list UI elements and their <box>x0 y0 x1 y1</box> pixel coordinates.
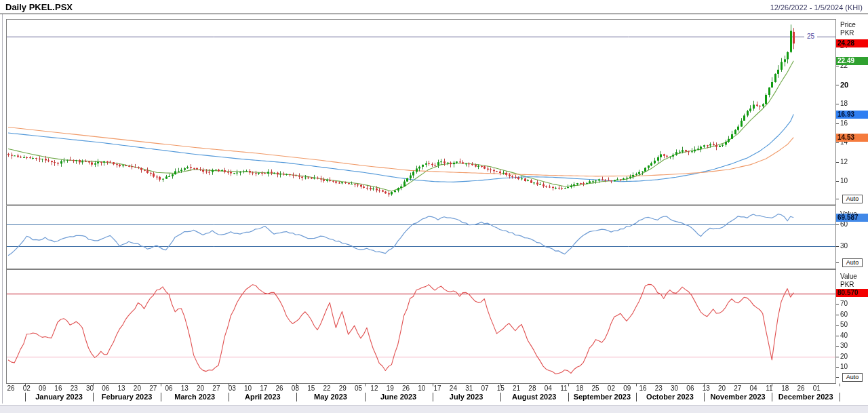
x-axis-month-label: June 2023 <box>380 393 416 401</box>
x-axis-day-label: 12 <box>370 385 378 392</box>
x-axis-day-label: 03 <box>229 385 236 392</box>
x-axis-day-label: 19 <box>387 385 394 392</box>
x-axis-day-label: 10 <box>244 385 252 392</box>
autoscale-button-osc[interactable]: Auto <box>842 373 863 382</box>
x-axis-day-label: 20 <box>718 385 726 392</box>
osc-tick-70: 70 <box>840 300 848 307</box>
month-separator <box>25 393 26 401</box>
month-separator <box>365 393 366 401</box>
x-axis-day-label: 02 <box>23 385 31 392</box>
osc-tick-60: 60 <box>840 311 848 318</box>
x-axis-day-label: 06 <box>686 385 694 392</box>
x-axis-day-label: 13 <box>118 385 125 392</box>
x-axis-month-label: October 2023 <box>646 393 694 401</box>
last-price-badge: 24.28 <box>836 39 868 47</box>
x-axis-month-label: May 2023 <box>314 393 347 401</box>
bottom-scroll-area[interactable] <box>0 405 868 413</box>
month-separator <box>93 393 94 401</box>
horizontal-line-label: 25 <box>804 33 817 41</box>
x-axis-day-label: 09 <box>39 385 46 392</box>
x-axis-month-label: November 2023 <box>710 393 765 401</box>
month-separator <box>296 393 297 401</box>
x-axis-day-label: 18 <box>576 385 583 392</box>
x-axis-day-label: 04 <box>545 385 552 392</box>
osc-tick-50: 50 <box>840 321 848 328</box>
x-axis-day-label: 23 <box>655 385 663 392</box>
x-axis-day-label: 26 <box>402 385 410 392</box>
x-axis-day-label: 15 <box>307 385 315 392</box>
month-separator <box>161 393 161 401</box>
month-separator <box>704 393 705 401</box>
x-axis-day-label: 20 <box>134 385 141 392</box>
x-axis-day-label: 16 <box>54 385 62 392</box>
rsi-tick-30: 30 <box>840 243 848 250</box>
autoscale-button-price[interactable]: Auto <box>842 195 863 203</box>
x-axis-month-label: February 2023 <box>102 393 153 401</box>
x-axis-day-label: 16 <box>639 385 646 392</box>
ma-fast-badge: 22.49 <box>836 57 868 65</box>
x-axis-day-label: 01 <box>813 385 821 392</box>
chart-title: Daily PKEL.PSX <box>5 2 73 12</box>
x-axis-day-label: 30 <box>86 385 94 392</box>
x-axis-month-label: July 2023 <box>450 393 484 401</box>
x-axis-day-label: 26 <box>797 385 804 392</box>
rsi-tick-60: 60 <box>840 221 848 228</box>
osc-axis-title: Value <box>840 273 857 280</box>
price-tick-12: 12 <box>840 159 848 165</box>
x-axis-day-label: 06 <box>165 385 172 392</box>
month-separator <box>500 393 501 401</box>
x-axis-day-label: 18 <box>781 385 789 392</box>
x-axis-day-label: 17 <box>260 385 267 392</box>
price-panel-plot[interactable] <box>7 20 835 205</box>
price-tick-16: 16 <box>840 120 848 127</box>
x-axis-day-label: 23 <box>71 385 78 392</box>
x-axis-day-label: 11 <box>766 385 772 392</box>
osc-panel-plot[interactable] <box>7 270 835 383</box>
price-axis-unit: PKR <box>840 29 854 37</box>
osc-tick-20: 20 <box>840 353 848 360</box>
price-axis-title: Price <box>840 21 856 28</box>
x-axis-day-label: 29 <box>339 385 347 392</box>
x-axis-day-label: 25 <box>592 385 599 392</box>
x-axis-day-label: 04 <box>750 385 757 392</box>
x-axis-day-label: 22 <box>323 385 330 392</box>
x-axis-day-label: 13 <box>703 385 710 392</box>
price-tick-20: 20 <box>840 81 848 88</box>
x-axis-day-label: 20 <box>197 385 204 392</box>
month-separator <box>840 393 840 401</box>
autoscale-button-rsi[interactable]: Auto <box>842 258 863 267</box>
x-axis-day-label: 21 <box>513 385 520 392</box>
x-axis-day-label: 28 <box>528 385 536 392</box>
month-separator <box>229 393 229 401</box>
month-separator <box>772 393 772 401</box>
x-axis-day-label: 17 <box>434 385 441 392</box>
x-axis-day-label: 15 <box>497 385 505 392</box>
x-axis-month-label: March 2023 <box>174 393 215 401</box>
osc-tick-10: 10 <box>840 363 848 370</box>
month-separator <box>568 393 569 401</box>
x-axis-day-label: 27 <box>212 385 220 392</box>
x-axis-month-label: December 2023 <box>778 393 833 401</box>
osc-tick-30: 30 <box>840 342 848 349</box>
x-axis-day-label: 26 <box>276 385 283 392</box>
chart-window: Daily PKEL.PSX 12/26/2022 - 1/5/2024 (KH… <box>0 0 868 413</box>
date-range-label: 12/26/2022 - 1/5/2024 (KHI) <box>770 3 863 12</box>
x-axis-day-label: 07 <box>481 385 488 392</box>
x-axis-day-label: 27 <box>149 385 157 392</box>
x-axis-day-label: 02 <box>608 385 615 392</box>
x-axis-month-label: January 2023 <box>35 393 83 401</box>
price-tick-10: 10 <box>840 178 848 184</box>
x-axis-day-label: 30 <box>671 385 678 392</box>
x-axis-day-label: 06 <box>102 385 109 392</box>
rsi-panel-plot[interactable] <box>7 206 835 269</box>
x-axis-day-label: 10 <box>418 385 425 392</box>
x-axis-day-label: 13 <box>181 385 189 392</box>
price-tick-18: 18 <box>840 100 848 107</box>
x-axis-day-label: 05 <box>355 385 362 392</box>
rsi-value-badge: 69.587 <box>836 214 868 222</box>
x-axis-month-label: September 2023 <box>574 393 631 401</box>
osc-tick-40: 40 <box>840 332 848 339</box>
ma-slow-badge: 14.53 <box>836 134 868 142</box>
ma-mid-badge: 16.93 <box>836 111 868 119</box>
osc-axis-unit: PKR <box>840 281 854 288</box>
